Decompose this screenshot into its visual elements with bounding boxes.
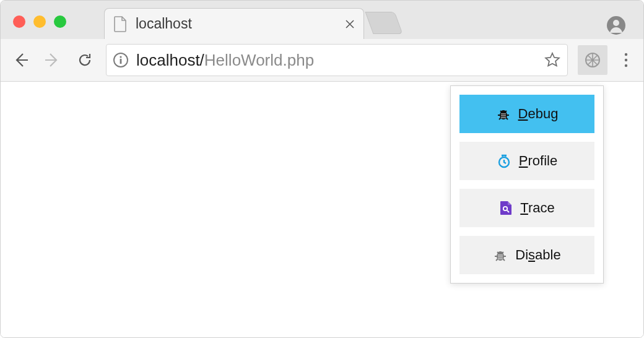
bug-icon (496, 106, 511, 121)
browser-chrome: localhost (1, 1, 643, 82)
profile-icon[interactable] (606, 15, 626, 35)
back-button[interactable] (9, 49, 32, 71)
reload-button[interactable] (74, 49, 96, 71)
menu-item-label: Trace (520, 200, 554, 216)
tab-title: localhost (136, 15, 336, 32)
close-icon[interactable] (345, 19, 355, 29)
menu-item-label: Debug (518, 106, 559, 122)
magnify-doc-icon (499, 201, 513, 215)
browser-menu-button[interactable] (617, 49, 635, 71)
menu-item-debug[interactable]: Debug (459, 95, 594, 133)
svg-point-7 (625, 59, 627, 61)
menu-item-profile[interactable]: Profile (459, 142, 594, 180)
svg-point-8 (625, 64, 627, 67)
new-tab-button[interactable] (365, 12, 402, 34)
forward-button[interactable] (41, 49, 64, 71)
url-host: localhost/ (136, 51, 204, 69)
xdebug-popup: Debug Profile Trace Disable (450, 85, 604, 284)
page-icon (113, 16, 127, 32)
svg-point-3 (120, 56, 121, 58)
star-icon[interactable] (544, 51, 561, 69)
nav-row: localhost/HelloWorld.php (1, 39, 643, 81)
window-zoom-button[interactable] (54, 15, 66, 28)
address-bar[interactable]: localhost/HelloWorld.php (106, 44, 568, 76)
menu-item-label: Disable (515, 247, 560, 263)
window-minimize-button[interactable] (33, 15, 46, 28)
svg-point-6 (625, 53, 627, 56)
url-path: HelloWorld.php (204, 51, 314, 69)
menu-item-label: Profile (519, 153, 557, 169)
traffic-lights (13, 15, 66, 28)
xdebug-extension-button[interactable] (578, 45, 607, 75)
tab-strip: localhost (1, 1, 643, 39)
svg-rect-4 (120, 59, 122, 64)
bug-icon (493, 248, 508, 262)
menu-item-trace[interactable]: Trace (459, 189, 594, 227)
browser-tab[interactable]: localhost (104, 8, 364, 39)
url-text: localhost/HelloWorld.php (136, 51, 536, 70)
menu-item-disable[interactable]: Disable (459, 236, 594, 274)
page-content: Debug Profile Trace Disable (1, 82, 643, 338)
site-info-icon[interactable] (113, 52, 129, 68)
svg-point-1 (613, 20, 619, 26)
clock-icon (497, 154, 511, 168)
tabs-row: localhost (104, 1, 399, 39)
window-close-button[interactable] (13, 15, 25, 28)
